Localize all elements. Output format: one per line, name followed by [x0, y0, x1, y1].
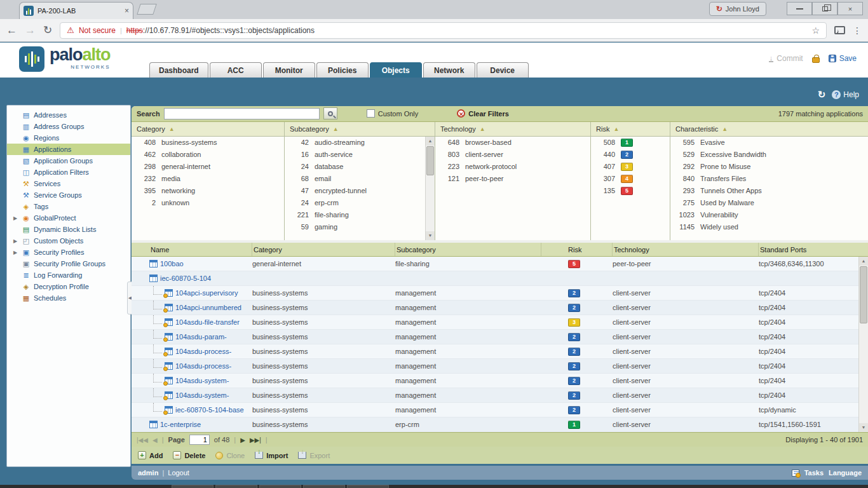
- close-window-button[interactable]: ×: [837, 2, 863, 15]
- risk-filter-item[interactable]: 1355: [591, 185, 670, 197]
- tab-dashboard[interactable]: Dashboard: [149, 62, 208, 78]
- import-button[interactable]: Import: [255, 452, 288, 459]
- sidebar-item-security-profile-groups[interactable]: ▣Security Profile Groups: [7, 258, 130, 269]
- delete-button[interactable]: −Delete: [173, 451, 205, 459]
- table-row[interactable]: 104asdu-process-business-systemsmanageme…: [132, 344, 868, 359]
- app-name-link[interactable]: 104apci-supervisory: [175, 289, 238, 297]
- column-header-category[interactable]: Category: [252, 243, 395, 256]
- filter-item[interactable]: 1145Widely used: [670, 221, 868, 233]
- clear-filters-button[interactable]: ✕ Clear Filters: [457, 109, 509, 118]
- app-name-link[interactable]: 104asdu-process-: [175, 348, 231, 355]
- expand-caret-icon[interactable]: ▶: [12, 238, 18, 244]
- sidebar-item-schedules[interactable]: ▦Schedules: [7, 292, 130, 304]
- filter-scrollbar[interactable]: ▲▼: [425, 137, 435, 240]
- filter-header-technology[interactable]: Technology▲: [435, 122, 590, 137]
- page-number-input[interactable]: [189, 435, 210, 445]
- table-row[interactable]: 104apci-supervisorybusiness-systemsmanag…: [132, 286, 868, 301]
- tab-policies[interactable]: Policies: [316, 62, 369, 78]
- app-name-link[interactable]: 104asdu-file-transfer: [175, 318, 240, 326]
- sidebar-item-custom-objects[interactable]: ▶◰Custom Objects: [7, 235, 130, 247]
- add-button[interactable]: +Add: [138, 451, 163, 459]
- table-row[interactable]: 1c-enterprisebusiness-systemserp-crm1cli…: [132, 417, 868, 432]
- app-name-link[interactable]: 104asdu-system-: [175, 391, 229, 399]
- risk-filter-item[interactable]: 5081: [591, 137, 670, 149]
- filter-item[interactable]: 292Prone to Misuse: [670, 161, 868, 173]
- filter-item[interactable]: 221file-sharing: [285, 209, 435, 221]
- new-tab-button[interactable]: [137, 4, 157, 15]
- sidebar-item-services[interactable]: ⚒Services: [7, 178, 130, 189]
- prev-page-icon[interactable]: ◀: [153, 437, 158, 444]
- app-name-link[interactable]: 100bao: [160, 260, 184, 268]
- table-row[interactable]: 104asdu-system-business-systemsmanagemen…: [132, 388, 868, 403]
- column-header-standard-ports[interactable]: Standard Ports: [759, 243, 868, 256]
- sidebar-item-applications[interactable]: ▦Applications: [7, 144, 130, 155]
- sidebar-item-service-groups[interactable]: ⚒Service Groups: [7, 189, 130, 201]
- filter-item[interactable]: 293Tunnels Other Apps: [670, 185, 868, 197]
- scroll-down-icon[interactable]: ▼: [426, 231, 435, 240]
- column-header-name[interactable]: Name: [149, 243, 252, 256]
- filter-item[interactable]: 1023Vulnerability: [670, 209, 868, 221]
- filter-item[interactable]: 595Evasive: [670, 137, 868, 149]
- risk-filter-item[interactable]: 3074: [591, 173, 670, 185]
- expand-caret-icon[interactable]: ▶: [12, 250, 18, 255]
- filter-item[interactable]: 648browser-based: [435, 137, 590, 149]
- search-input[interactable]: [164, 108, 320, 119]
- tab-device[interactable]: Device: [477, 62, 529, 78]
- table-row[interactable]: 104asdu-param-business-systemsmanagement…: [132, 330, 868, 344]
- scroll-thumb[interactable]: [426, 146, 434, 175]
- sidebar-item-addresses[interactable]: ▤Addresses: [7, 109, 130, 121]
- browser-menu-icon[interactable]: ⋮: [853, 25, 862, 36]
- sidebar-item-tags[interactable]: ◈Tags: [7, 201, 130, 212]
- tasks-button[interactable]: Tasks: [804, 469, 824, 477]
- column-header-technology[interactable]: Technology: [613, 243, 759, 256]
- filter-item[interactable]: 24erp-crm: [285, 197, 435, 209]
- app-name-link[interactable]: 104asdu-process-: [175, 362, 231, 370]
- filter-item[interactable]: 462collaboration: [132, 149, 284, 161]
- close-tab-icon[interactable]: ×: [125, 6, 129, 15]
- scroll-up-icon[interactable]: ▲: [859, 257, 868, 266]
- browser-tab[interactable]: PA-200-LAB ×: [19, 2, 133, 19]
- filter-item[interactable]: 529Excessive Bandwidth: [670, 149, 868, 161]
- app-name-link[interactable]: 104asdu-param-: [175, 333, 227, 341]
- scroll-down-icon[interactable]: ▼: [859, 423, 868, 432]
- risk-filter-item[interactable]: 4402: [591, 149, 670, 161]
- filter-item[interactable]: 840Transfers Files: [670, 173, 868, 185]
- export-button[interactable]: Export: [298, 452, 330, 459]
- filter-item[interactable]: 232media: [132, 173, 284, 185]
- app-name-link[interactable]: 1c-enterprise: [160, 421, 201, 428]
- sidebar-item-log-forwarding[interactable]: ≣Log Forwarding: [7, 269, 130, 281]
- filter-item[interactable]: 16auth-service: [285, 149, 435, 161]
- search-button[interactable]: [323, 107, 337, 119]
- app-name-link[interactable]: iec-60870-5-104-base: [175, 406, 244, 414]
- sidebar-item-security-profiles[interactable]: ▶▣Security Profiles: [7, 247, 130, 258]
- commit-button[interactable]: ↓ Commit: [769, 54, 803, 63]
- app-name-link[interactable]: 104asdu-system-: [175, 377, 229, 384]
- filter-item[interactable]: 47encrypted-tunnel: [285, 185, 435, 197]
- next-page-icon[interactable]: ▶: [240, 437, 245, 444]
- save-button[interactable]: Save: [829, 54, 857, 63]
- logout-link[interactable]: Logout: [168, 469, 189, 477]
- sidebar-item-address-groups[interactable]: ▥Address Groups: [7, 121, 130, 132]
- table-scrollbar[interactable]: ▲ ▼: [858, 257, 868, 432]
- refresh-icon[interactable]: ↻: [818, 89, 826, 100]
- table-row[interactable]: iec-60870-5-104: [132, 271, 868, 286]
- sidebar-item-application-groups[interactable]: ▧Application Groups: [7, 155, 130, 166]
- clone-button[interactable]: Clone: [215, 452, 245, 459]
- filter-item[interactable]: 24database: [285, 161, 435, 173]
- sidebar-item-globalprotect[interactable]: ▶◉GlobalProtect: [7, 212, 130, 224]
- tab-monitor[interactable]: Monitor: [263, 62, 315, 78]
- minimize-button[interactable]: [787, 2, 812, 15]
- first-page-icon[interactable]: |◀◀: [137, 437, 148, 444]
- cast-icon[interactable]: [834, 26, 845, 34]
- bookmark-star-icon[interactable]: ☆: [811, 25, 820, 36]
- lock-icon[interactable]: [812, 57, 820, 63]
- filter-header-characteristic[interactable]: Characteristic▲: [670, 122, 868, 137]
- filter-header-category[interactable]: Category▲: [132, 122, 284, 137]
- sidebar-item-application-filters[interactable]: ◫Application Filters: [7, 166, 130, 178]
- scroll-thumb[interactable]: [860, 266, 867, 323]
- filter-item[interactable]: 275Used by Malware: [670, 197, 868, 209]
- table-row[interactable]: 104asdu-system-business-systemsmanagemen…: [132, 374, 868, 388]
- sidebar-item-decryption-profile[interactable]: ◈Decryption Profile: [7, 281, 130, 292]
- language-button[interactable]: Language: [829, 469, 862, 477]
- filter-header-subcategory[interactable]: Subcategory▲: [285, 122, 435, 137]
